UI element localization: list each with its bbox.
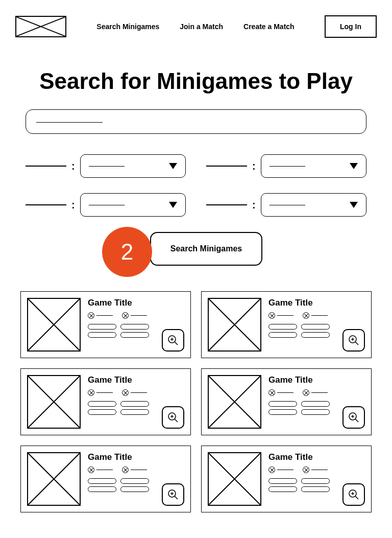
meta-item: [268, 466, 293, 473]
tag-pill: [88, 478, 116, 484]
tag-pills: [268, 401, 330, 415]
magnify-plus-icon: [348, 411, 360, 424]
meta-line: [311, 315, 328, 316]
tag-pill: [301, 324, 330, 330]
meta-icon: [122, 389, 129, 396]
magnify-plus-icon: [167, 488, 179, 501]
filter-3-combobox[interactable]: [80, 193, 186, 217]
meta-item: [303, 466, 328, 473]
meta-icon: [88, 389, 94, 396]
nav-join-match[interactable]: Join a Match: [180, 22, 223, 31]
filter-4-combobox[interactable]: [261, 193, 366, 217]
svg-line-5: [175, 342, 178, 345]
chevron-down-icon: [169, 163, 177, 169]
meta-icon: [268, 389, 275, 396]
meta-icon: [88, 466, 94, 473]
view-details-button[interactable]: [342, 483, 365, 506]
combo-placeholder-line: [270, 205, 305, 205]
filter-4: :: [206, 193, 366, 217]
game-card: Game Title: [201, 368, 372, 435]
game-thumbnail-placeholder: [27, 452, 81, 506]
meta-line: [277, 315, 293, 316]
tag-pill: [301, 486, 330, 492]
header: Search Minigames Join a Match Create a M…: [0, 0, 392, 48]
meta-icon: [268, 312, 275, 319]
meta-line: [131, 470, 147, 470]
search-minigames-button[interactable]: Search Minigames: [150, 232, 263, 266]
game-title: Game Title: [268, 452, 365, 462]
tag-pill: [268, 409, 297, 415]
meta-line: [131, 315, 147, 316]
filter-2-label: [206, 166, 247, 167]
tag-pill: [88, 324, 116, 330]
view-details-button[interactable]: [162, 406, 184, 429]
game-title: Game Title: [88, 298, 184, 308]
tag-pill: [120, 401, 149, 407]
svg-line-23: [355, 419, 358, 422]
meta-icon: [303, 389, 309, 396]
meta-item: [122, 312, 147, 319]
meta-item: [268, 389, 293, 396]
meta-row: [88, 466, 184, 473]
tag-pill: [88, 486, 116, 492]
meta-row: [268, 389, 365, 396]
meta-item: [88, 389, 113, 396]
filter-3-label: [26, 204, 66, 205]
meta-item: [303, 312, 328, 319]
search-input[interactable]: [26, 109, 366, 134]
search-action-row: 2 Search Minigames: [26, 232, 366, 266]
meta-icon: [122, 466, 129, 473]
game-card: Game Title: [201, 291, 372, 358]
game-title: Game Title: [88, 375, 184, 385]
tag-pill: [120, 409, 149, 415]
meta-item: [268, 312, 293, 319]
magnify-plus-icon: [348, 488, 360, 501]
search-placeholder-line: [36, 122, 103, 123]
game-thumbnail-placeholder: [27, 375, 81, 429]
tag-pill: [301, 409, 330, 415]
meta-item: [122, 389, 147, 396]
combo-placeholder-line: [89, 205, 125, 205]
filter-2: :: [206, 154, 366, 178]
chevron-down-icon: [350, 163, 358, 169]
colon: :: [252, 199, 256, 211]
tag-pill: [268, 332, 297, 338]
meta-icon: [88, 312, 94, 319]
game-title: Game Title: [88, 452, 184, 462]
filter-grid: : : : :: [26, 154, 366, 217]
filter-1-label: [26, 166, 66, 167]
meta-line: [96, 470, 113, 470]
meta-icon: [303, 466, 309, 473]
tag-pill: [268, 401, 297, 407]
tag-pill: [120, 332, 149, 338]
meta-row: [268, 466, 365, 473]
view-details-button[interactable]: [162, 329, 184, 352]
tag-pill: [88, 332, 116, 338]
tag-pill: [268, 478, 297, 484]
view-details-button[interactable]: [162, 483, 184, 506]
tag-pill: [120, 478, 149, 484]
filter-1-combobox[interactable]: [80, 154, 186, 178]
game-title: Game Title: [268, 298, 365, 308]
tag-pill: [88, 401, 116, 407]
tag-pills: [88, 324, 149, 338]
nav-search-minigames[interactable]: Search Minigames: [96, 22, 159, 31]
meta-row: [88, 312, 184, 319]
nav-create-match[interactable]: Create a Match: [243, 22, 295, 31]
filter-3: :: [26, 193, 186, 217]
tag-pills: [88, 401, 149, 415]
game-thumbnail-placeholder: [27, 298, 81, 352]
svg-line-11: [355, 342, 358, 345]
meta-icon: [122, 312, 129, 319]
meta-icon: [268, 466, 275, 473]
view-details-button[interactable]: [342, 329, 365, 352]
filter-2-combobox[interactable]: [261, 154, 366, 178]
logo-placeholder: [15, 16, 66, 37]
magnify-plus-icon: [167, 411, 179, 424]
meta-item: [88, 466, 113, 473]
filter-1: :: [26, 154, 186, 178]
login-button[interactable]: Log In: [325, 15, 377, 38]
meta-line: [277, 392, 293, 393]
chevron-down-icon: [350, 202, 358, 208]
view-details-button[interactable]: [342, 406, 365, 429]
